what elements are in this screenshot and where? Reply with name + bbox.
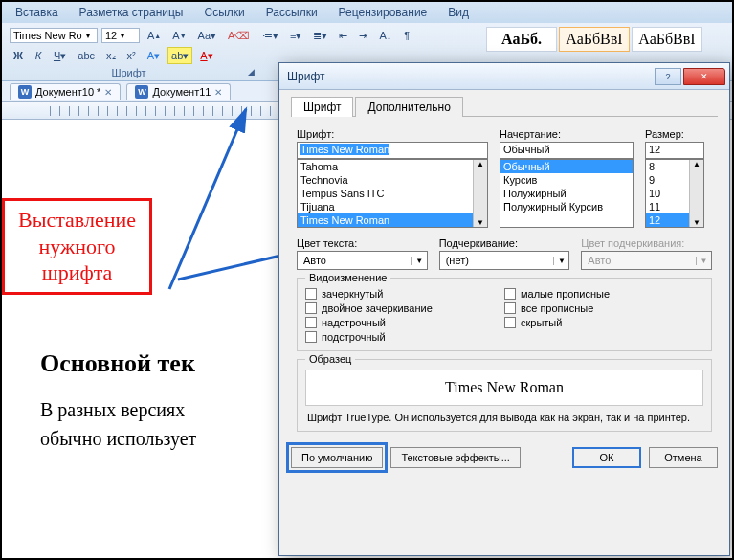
text-effects-icon[interactable]: A▾ <box>144 47 164 64</box>
font-color-combo[interactable]: Авто▼ <box>297 251 428 270</box>
set-default-button[interactable]: По умолчанию <box>291 447 383 468</box>
font-name-combo[interactable]: Times New Ro▾ <box>10 28 98 43</box>
font-color-icon[interactable]: A▾ <box>196 47 216 64</box>
outdent-icon[interactable]: ⇤ <box>335 27 351 44</box>
ribbon-tab[interactable]: Ссылки <box>200 4 248 21</box>
grow-font-icon[interactable]: A▲ <box>144 27 165 44</box>
font-size-input[interactable]: 12 <box>645 142 704 159</box>
underline-icon[interactable]: Ч▾ <box>50 47 70 64</box>
dialog-titlebar[interactable]: Шрифт ? ✕ <box>279 63 729 90</box>
font-label: Шрифт: <box>297 128 488 140</box>
style-label: Начертание: <box>500 128 634 140</box>
font-name-input[interactable]: Times New Roman <box>297 142 488 159</box>
preview-group: Образец Times New Roman Шрифт TrueType. … <box>297 359 712 432</box>
strike-icon[interactable]: abc <box>74 47 99 64</box>
underline-color-label: Цвет подчеркивания: <box>581 237 712 249</box>
word-doc-icon: W <box>18 85 32 99</box>
font-style-input[interactable]: Обычный <box>500 142 634 159</box>
change-case-icon[interactable]: Aa▾ <box>194 27 220 44</box>
subscript-checkbox[interactable]: подстрочный <box>305 331 504 343</box>
font-dialog: Шрифт ? ✕ Шрифт Дополнительно Шрифт: Tim… <box>278 62 730 556</box>
indent-icon[interactable]: ⇥ <box>355 27 371 44</box>
effects-group: Видоизменение зачеркнутый двойное зачерк… <box>297 278 712 351</box>
dialog-tabs: Шрифт Дополнительно <box>291 96 718 117</box>
close-icon[interactable]: ✕ <box>683 68 725 85</box>
underline-color-combo: Авто▼ <box>581 251 712 270</box>
dialog-footer: По умолчанию Текстовые эффекты... ОК Отм… <box>279 439 729 478</box>
font-color-label: Цвет текста: <box>297 237 428 249</box>
dialog-launcher-icon[interactable]: ◢ <box>248 67 255 77</box>
bullets-icon[interactable]: ≔▾ <box>258 27 282 44</box>
style-item[interactable]: АаБбВвІ <box>632 27 702 52</box>
allcaps-checkbox[interactable]: все прописные <box>504 302 703 314</box>
help-button-icon[interactable]: ? <box>655 68 681 85</box>
size-label: Размер: <box>645 128 704 140</box>
annotation-callout: Выставление нужного шрифта <box>2 198 152 295</box>
underline-label: Подчеркивание: <box>439 237 570 249</box>
ribbon-tab[interactable]: Рассылки <box>262 4 322 21</box>
superscript-checkbox[interactable]: надстрочный <box>305 317 504 328</box>
ribbon-tabs: Вставка Разметка страницы Ссылки Рассылк… <box>2 2 732 23</box>
font-size-combo[interactable]: 12▾ <box>101 28 140 43</box>
bold-icon[interactable]: Ж <box>10 47 27 64</box>
shrink-font-icon[interactable]: A▼ <box>168 27 189 44</box>
ribbon-tab[interactable]: Вставка <box>11 4 62 21</box>
style-item[interactable]: АаБбВвІ <box>559 27 630 52</box>
style-gallery[interactable]: АаБб. АаБбВвІ АаБбВвІ <box>486 27 704 52</box>
superscript-icon[interactable]: x² <box>123 47 140 64</box>
numbering-icon[interactable]: ≡▾ <box>286 27 305 44</box>
hidden-checkbox[interactable]: скрытый <box>504 317 703 328</box>
tab-advanced[interactable]: Дополнительно <box>355 97 462 117</box>
scrollbar[interactable]: ▲▼ <box>689 160 703 227</box>
smallcaps-checkbox[interactable]: малые прописные <box>504 288 703 300</box>
multilevel-icon[interactable]: ≣▾ <box>309 27 331 44</box>
font-preview: Times New Roman <box>305 370 703 406</box>
italic-icon[interactable]: К <box>31 47 46 64</box>
font-style-list[interactable]: Обычный Курсив Полужирный Полужирный Кур… <box>500 159 634 228</box>
ribbon-tab[interactable]: Вид <box>444 4 473 21</box>
close-tab-icon[interactable]: ✕ <box>214 87 222 98</box>
document-tab[interactable]: W Документ11 ✕ <box>126 83 231 100</box>
close-tab-icon[interactable]: ✕ <box>104 87 112 98</box>
subscript-icon[interactable]: x₂ <box>102 47 120 64</box>
underline-combo[interactable]: (нет)▼ <box>439 251 570 270</box>
tab-font[interactable]: Шрифт <box>291 97 353 117</box>
font-hint: Шрифт TrueType. Он используется для выво… <box>307 412 701 423</box>
font-group-label: Шрифт ◢ <box>10 67 258 80</box>
clear-format-icon[interactable]: A⌫ <box>224 27 254 44</box>
showmarks-icon[interactable]: ¶ <box>399 27 414 44</box>
sort-icon[interactable]: A↓ <box>375 27 395 44</box>
ribbon-tab[interactable]: Рецензирование <box>335 4 432 21</box>
cancel-button[interactable]: Отмена <box>649 447 718 468</box>
strike-checkbox[interactable]: зачеркнутый <box>305 288 504 300</box>
font-name-list[interactable]: Tahoma Technovia Tempus Sans ITC Tijuana… <box>297 159 488 228</box>
paragraph-group: ≔▾ ≡▾ ≣▾ ⇤ ⇥ A↓ ¶ <box>258 27 478 47</box>
double-strike-checkbox[interactable]: двойное зачеркивание <box>305 302 504 314</box>
style-item[interactable]: АаБб. <box>486 27 557 52</box>
ok-button[interactable]: ОК <box>572 447 641 468</box>
text-effects-button[interactable]: Текстовые эффекты... <box>390 447 521 468</box>
highlight-icon[interactable]: ab▾ <box>167 47 192 64</box>
font-size-list[interactable]: 8 9 10 11 12 ▲▼ <box>645 159 704 228</box>
word-doc-icon: W <box>135 85 148 99</box>
document-tab[interactable]: W Документ10 * ✕ <box>10 83 121 100</box>
ribbon-tab[interactable]: Разметка страницы <box>76 4 188 21</box>
scrollbar[interactable]: ▲▼ <box>473 160 487 227</box>
